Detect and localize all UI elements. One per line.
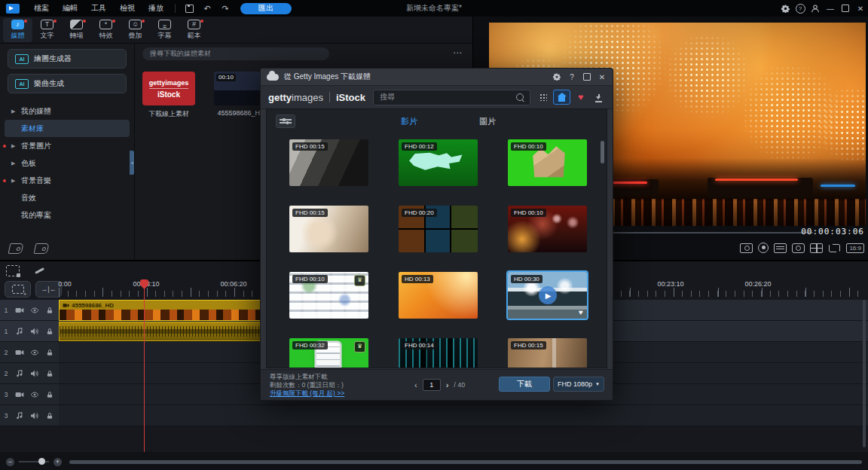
- stock-card-usmap[interactable]: FHD 00:12: [399, 139, 478, 186]
- lock-toggle[interactable]: [42, 370, 57, 377]
- tag-remove-icon[interactable]: [34, 243, 50, 254]
- expand-arrow-icon[interactable]: ▶: [11, 178, 15, 184]
- more-options-button[interactable]: ⋯: [453, 47, 463, 58]
- prev-page-button[interactable]: ‹: [414, 380, 417, 389]
- account-button[interactable]: [808, 2, 823, 14]
- stock-card-press[interactable]: FHD 00:15: [289, 139, 368, 186]
- export-button[interactable]: 匯出: [240, 3, 292, 14]
- stock-tab-圖片[interactable]: 圖片: [479, 116, 496, 127]
- library-search-input[interactable]: 搜尋下載的媒體素材: [142, 47, 329, 60]
- grid-scrollbar[interactable]: [601, 138, 604, 364]
- stock-tab-影片[interactable]: 影片: [401, 116, 417, 127]
- ai-button-樂曲生成[interactable]: AI樂曲生成: [8, 74, 127, 93]
- next-page-button[interactable]: ›: [446, 380, 449, 389]
- display-options-button[interactable]: [774, 243, 787, 253]
- library-clip-thumbnail[interactable]: 00:10: [214, 72, 267, 105]
- play-button[interactable]: ▶: [539, 286, 557, 304]
- mute-toggle[interactable]: [27, 370, 42, 377]
- favorites-button[interactable]: ♥: [573, 90, 588, 104]
- stock-card-collage[interactable]: FHD 00:10♛: [289, 272, 368, 319]
- tab-字幕[interactable]: ≡字幕: [150, 18, 179, 42]
- help-button[interactable]: ?: [793, 2, 808, 14]
- minimize-button[interactable]: —: [823, 2, 838, 14]
- dialog-close-button[interactable]: ✕: [596, 72, 608, 82]
- tab-範本[interactable]: #範本: [179, 18, 209, 42]
- tab-疊加[interactable]: ☺疊加: [121, 18, 150, 42]
- record-button[interactable]: [758, 243, 769, 253]
- range-select-tool[interactable]: [6, 265, 20, 276]
- timeline-horizontal-scrollbar[interactable]: [69, 460, 862, 464]
- stock-search-input[interactable]: 搜尋: [373, 90, 530, 105]
- upgrade-link[interactable]: 升級無限下載 (每月 起) >>: [270, 389, 344, 398]
- sidebar-item-我的媒體[interactable]: ▶我的媒體: [0, 102, 134, 120]
- menu-編輯[interactable]: 編輯: [56, 0, 84, 17]
- lock-toggle[interactable]: [42, 412, 57, 420]
- tab-媒體[interactable]: ♪媒體: [3, 18, 32, 42]
- downloads-button[interactable]: [591, 90, 607, 104]
- timeline-vertical-scrollbar[interactable]: [863, 300, 866, 447]
- menu-檢視[interactable]: 檢視: [113, 0, 142, 17]
- visibility-toggle[interactable]: [27, 391, 42, 398]
- menu-檔案[interactable]: 檔案: [27, 0, 56, 17]
- fullscreen-button[interactable]: [828, 243, 841, 253]
- stock-card-baby[interactable]: FHD 00:15: [289, 206, 368, 252]
- tab-特效[interactable]: *特效: [91, 18, 121, 42]
- home-button[interactable]: [553, 90, 570, 105]
- snapshot-button[interactable]: [740, 243, 753, 253]
- menu-播放[interactable]: 播放: [142, 0, 170, 17]
- undo-button[interactable]: ↶: [201, 2, 213, 14]
- sidebar-item-音效[interactable]: 音效: [0, 189, 134, 206]
- getty-istock-tile[interactable]: gettyimages iStock: [142, 72, 195, 105]
- dialog-help-button[interactable]: ?: [566, 72, 578, 82]
- stock-card-rednight[interactable]: FHD 00:10: [508, 206, 587, 252]
- dialog-settings-button[interactable]: [551, 72, 563, 82]
- expand-arrow-icon[interactable]: ▶: [11, 160, 15, 166]
- stock-card-orange[interactable]: HD 00:13: [399, 272, 478, 319]
- mute-toggle[interactable]: [27, 412, 42, 420]
- sidebar-item-色板[interactable]: ▶色板: [0, 154, 134, 172]
- page-number-input[interactable]: 1: [423, 379, 441, 391]
- split-view-button[interactable]: [810, 243, 823, 253]
- sidebar-item-我的專案[interactable]: 我的專案: [0, 206, 134, 224]
- tag-add-icon[interactable]: [8, 243, 24, 254]
- sidebar-item-背景音樂[interactable]: ▶背景音樂: [0, 172, 134, 189]
- sidebar-item-背景圖片[interactable]: ▶背景圖片: [0, 137, 134, 154]
- zoom-in-button[interactable]: +: [53, 458, 62, 466]
- lock-toggle[interactable]: [42, 328, 57, 335]
- stock-card-storm[interactable]: FHD 00:20: [399, 206, 478, 252]
- maximize-button[interactable]: [838, 2, 853, 14]
- zoom-slider-handle[interactable]: [38, 458, 45, 465]
- sidebar-item-素材庫[interactable]: 素材庫: [5, 120, 130, 137]
- lock-toggle[interactable]: [42, 307, 57, 314]
- visibility-toggle[interactable]: [27, 307, 42, 314]
- stock-card-mountain[interactable]: HD 00:30▶♥: [508, 272, 587, 319]
- aspect-ratio-badge[interactable]: 16:9: [846, 243, 864, 253]
- close-button[interactable]: ✕: [853, 2, 868, 14]
- zoom-tool-button[interactable]: [792, 243, 805, 253]
- dialog-maximize-button[interactable]: [581, 72, 593, 82]
- save-button[interactable]: [183, 2, 195, 14]
- redo-button[interactable]: ↷: [219, 2, 231, 14]
- track-manager-button[interactable]: [5, 281, 31, 298]
- tab-文字[interactable]: T文字: [32, 18, 62, 42]
- grid-view-button[interactable]: [535, 90, 551, 104]
- timeline-zoom-slider[interactable]: [19, 461, 49, 462]
- stock-card-xray[interactable]: FHD 00:14: [399, 338, 478, 368]
- expand-arrow-icon[interactable]: ▶: [11, 108, 15, 114]
- ai-button-繪圖生成器[interactable]: AI繪圖生成器: [8, 49, 127, 69]
- track-lane-audio-3[interactable]: [59, 405, 868, 426]
- tab-轉場[interactable]: 轉場: [62, 18, 91, 42]
- favorite-heart-icon[interactable]: ♥: [579, 308, 583, 316]
- lock-toggle[interactable]: [42, 349, 57, 356]
- quality-dropdown[interactable]: FHD 1080p▼: [553, 377, 604, 392]
- mute-toggle[interactable]: [27, 328, 42, 335]
- settings-button[interactable]: [778, 2, 793, 14]
- design-tool[interactable]: [33, 266, 45, 276]
- stock-card-wood[interactable]: FHD 00:15: [508, 338, 587, 368]
- stock-card-clipboard[interactable]: FHD 00:32♛: [289, 338, 368, 368]
- lock-toggle[interactable]: [42, 391, 57, 398]
- menu-工具[interactable]: 工具: [84, 0, 113, 17]
- stock-card-greenbox[interactable]: FHD 00:10: [508, 139, 587, 186]
- visibility-toggle[interactable]: [27, 349, 42, 356]
- filter-button[interactable]: [276, 114, 295, 128]
